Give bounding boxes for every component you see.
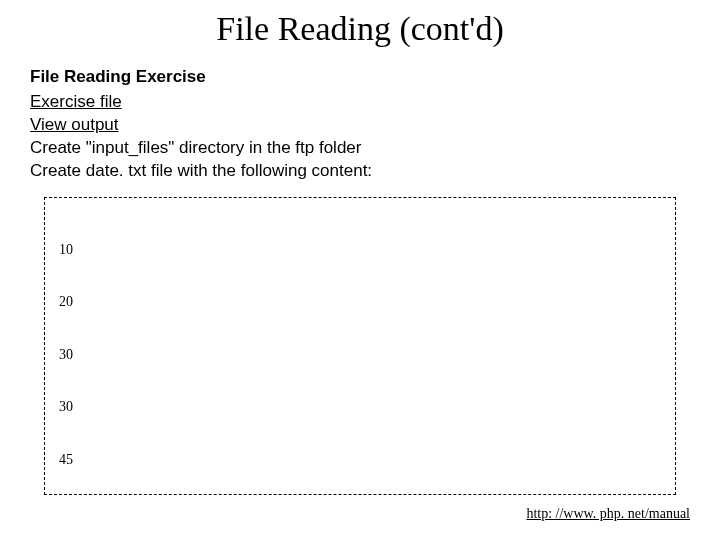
section-heading: File Reading Exercise [30,66,690,89]
code-line: 30 [59,346,661,364]
instruction-line-1: Create "input_files" directory in the ft… [30,137,690,160]
exercise-file-link[interactable]: Exercise file [30,91,122,114]
slide-title: File Reading (cont'd) [0,10,720,48]
code-line: 10 [59,241,661,259]
code-line: 30 [59,398,661,416]
code-line: 45 [59,451,661,469]
footer-manual-link[interactable]: http: //www. php. net/manual [526,506,690,522]
slide-body: File Reading Exercise Exercise file View… [0,66,720,183]
code-sample-box: 10 20 30 30 45 [44,197,676,495]
code-line: 20 [59,293,661,311]
instruction-line-2: Create date. txt file with the following… [30,160,690,183]
view-output-link[interactable]: View output [30,114,119,137]
